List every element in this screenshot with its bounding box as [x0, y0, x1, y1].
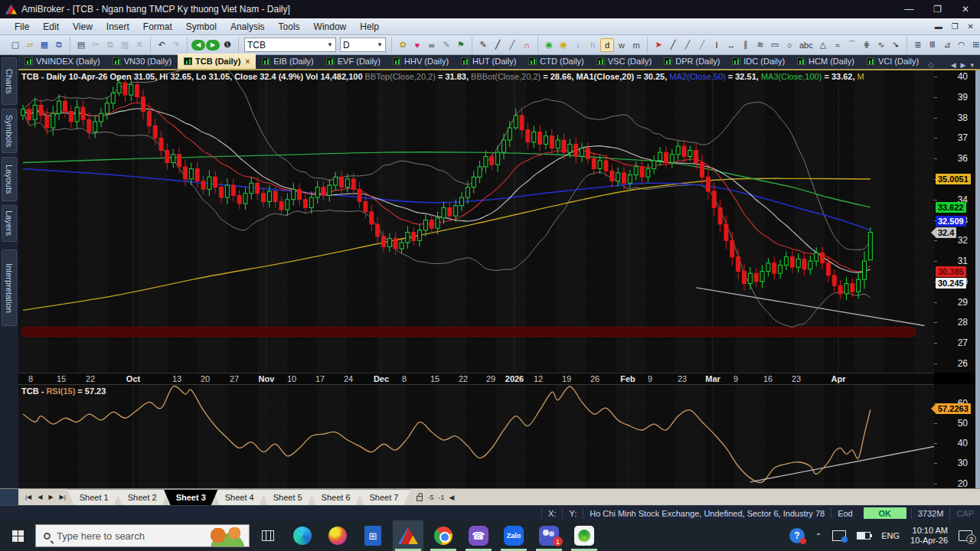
sidebar-tab-layers[interactable]: Layers: [2, 205, 17, 242]
menu-edit[interactable]: Edit: [36, 20, 66, 34]
interval-combo[interactable]: D▼: [340, 37, 386, 52]
symbol-tab-tcb[interactable]: TCB (Daily)×: [178, 54, 256, 69]
wizard-icon[interactable]: ⚑: [454, 38, 468, 52]
symbol-tab-dpr[interactable]: DPR (Daily): [658, 54, 726, 69]
new-tab-diamond-icon[interactable]: ◇: [928, 60, 934, 69]
paste-icon[interactable]: ▥: [118, 38, 132, 52]
redo-icon[interactable]: ↷: [169, 38, 183, 52]
taskbar-app-edge[interactable]: [287, 520, 318, 551]
grid-icon[interactable]: ⊞: [969, 38, 980, 52]
menu-symbol[interactable]: Symbol: [179, 20, 224, 34]
minimize-button[interactable]: —: [904, 4, 913, 15]
channel-icon[interactable]: ≋: [753, 38, 767, 52]
print-icon[interactable]: ▤: [74, 38, 88, 52]
sidebar-tab-interpretation[interactable]: Interpretation: [2, 249, 17, 326]
rsi-chart-svg[interactable]: [18, 385, 934, 489]
symbol-tab-idc[interactable]: IDC (Daily): [726, 54, 791, 69]
style-candle-icon[interactable]: ⊿: [940, 38, 954, 52]
symbol-tab-evf[interactable]: EVF (Daily): [320, 54, 387, 69]
mdi-restore-button[interactable]: ❐: [952, 22, 959, 31]
taskbar-app-zalo[interactable]: Zalo: [498, 520, 529, 551]
symbol-tab-hut[interactable]: HUT (Daily): [455, 54, 522, 69]
restore-button[interactable]: ❐: [933, 4, 942, 15]
save-icon[interactable]: ▦: [38, 38, 51, 52]
back-icon[interactable]: ◀: [191, 40, 205, 51]
info-icon[interactable]: ❶: [220, 38, 234, 52]
style-bar-icon[interactable]: Ⅲ: [926, 38, 939, 52]
close-button[interactable]: ✕: [962, 4, 969, 15]
mdi-minimize-button[interactable]: ▬: [935, 22, 942, 31]
vertical-line-icon[interactable]: I: [710, 38, 724, 52]
sheet-nav-first-button[interactable]: |◀: [23, 494, 34, 500]
cut-icon[interactable]: ✂: [89, 38, 103, 52]
taskbar-app-calculator[interactable]: ⊞: [358, 520, 388, 551]
delete-icon[interactable]: ✕: [132, 38, 146, 52]
close-tab-icon[interactable]: ×: [245, 57, 250, 66]
task-view-icon[interactable]: [262, 530, 274, 541]
trendline-icon[interactable]: ╱: [666, 38, 680, 52]
weekly-icon[interactable]: w: [615, 38, 629, 52]
new-icon[interactable]: ▢: [8, 38, 22, 52]
vertical-scrollbar[interactable]: [975, 70, 980, 488]
menu-window[interactable]: Window: [307, 20, 354, 34]
price-axis[interactable]: 40393837363534333231302928272635.005133.…: [934, 70, 975, 373]
sheet-nav-next-button[interactable]: ▶: [46, 494, 55, 500]
zoom-out-5-button[interactable]: -5: [427, 494, 433, 501]
mdi-close-button[interactable]: ✕: [968, 22, 974, 31]
magnet-icon[interactable]: ∩: [520, 38, 534, 52]
rectangle-icon[interactable]: ▭: [768, 38, 782, 52]
tab-scroll-left-icon[interactable]: ◀: [951, 61, 956, 69]
display-tray-icon[interactable]: [832, 530, 846, 541]
sheet-tab-sheet-1[interactable]: Sheet 1: [67, 489, 121, 505]
help-tray-icon[interactable]: ?: [789, 528, 805, 543]
sheet-tab-sheet-4[interactable]: Sheet 4: [213, 489, 266, 505]
symbol-tab-hcm[interactable]: HCM (Daily): [791, 54, 861, 69]
symbol-tab-vn30[interactable]: VN30 (Daily): [106, 54, 178, 69]
menu-file[interactable]: File: [8, 20, 36, 34]
symbol-tab-hhv[interactable]: HHV (Daily): [387, 54, 455, 69]
menu-insert[interactable]: Insert: [100, 20, 136, 34]
segment-icon[interactable]: ╱: [695, 38, 709, 52]
ellipse-icon[interactable]: ○: [782, 38, 796, 52]
sheet-nav-last-button[interactable]: ▶|: [57, 494, 68, 500]
sidebar-tab-symbols[interactable]: Symbols: [2, 109, 17, 153]
style-line-icon[interactable]: ≣: [911, 38, 925, 52]
sidebar-tab-charts[interactable]: Charts: [2, 57, 17, 105]
ray-line-icon[interactable]: ╱: [681, 38, 694, 52]
watchlist-heart-icon[interactable]: ♥: [410, 38, 424, 52]
taskbar-app-green-app[interactable]: [569, 520, 599, 551]
language-indicator[interactable]: ENG: [881, 531, 900, 540]
copy-icon[interactable]: ⧉: [103, 38, 117, 52]
tab-scroll-right-icon[interactable]: ▶: [961, 61, 966, 69]
taskbar-app-chrome[interactable]: [428, 520, 459, 551]
triangle-icon[interactable]: △: [816, 38, 830, 52]
menu-tools[interactable]: Tools: [272, 20, 307, 34]
sheet-tab-sheet-5[interactable]: Sheet 5: [261, 489, 315, 505]
battery-icon[interactable]: [857, 532, 871, 540]
symbol-favorite-icon[interactable]: ✿: [396, 38, 410, 52]
zigzag-icon[interactable]: ∿: [874, 38, 888, 52]
undo-icon[interactable]: ↶: [155, 38, 168, 52]
parallel-lines-icon[interactable]: ∥: [739, 38, 753, 52]
sidebar-tab-layouts[interactable]: Layouts: [2, 157, 17, 201]
pitchfork-icon[interactable]: ⋕: [860, 38, 874, 52]
taskbar-app-firefox[interactable]: [322, 520, 353, 551]
arc-icon[interactable]: ⌒: [845, 38, 859, 52]
menu-view[interactable]: View: [66, 20, 100, 34]
price-chart-svg[interactable]: [18, 70, 934, 373]
open-icon[interactable]: ▱: [23, 38, 37, 52]
scroll-left-button[interactable]: ◀: [449, 494, 454, 501]
lock-icon[interactable]: [416, 496, 423, 501]
symbol-combo[interactable]: TCB▼: [244, 37, 336, 52]
save-all-icon[interactable]: ⧉: [52, 38, 66, 52]
monthly-icon[interactable]: m: [629, 38, 643, 52]
sheet-tab-sheet-2[interactable]: Sheet 2: [116, 489, 169, 505]
rsi-pane[interactable]: TCB - RSI(15) = 57.23: [18, 384, 934, 488]
text-tool-icon[interactable]: abc: [797, 38, 815, 52]
date-axis[interactable]: 81522Oct132027Nov101724Dec81522292026121…: [18, 373, 934, 384]
menu-analysis[interactable]: Analysis: [224, 20, 272, 34]
symbol-tab-vnindex[interactable]: VNINDEX (Daily): [18, 54, 106, 69]
taskbar-app-teams[interactable]: 1: [534, 520, 564, 551]
style-area-icon[interactable]: ◠: [955, 38, 969, 52]
taskbar-app-amibroker[interactable]: [393, 520, 423, 551]
